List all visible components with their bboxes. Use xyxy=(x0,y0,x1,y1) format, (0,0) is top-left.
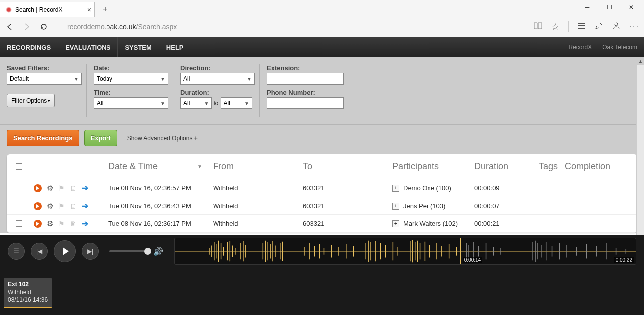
nav-help[interactable]: HELP xyxy=(159,37,191,57)
player-prev-button[interactable]: |◀ xyxy=(31,243,48,260)
play-icon[interactable] xyxy=(34,220,42,228)
reading-view-icon[interactable] xyxy=(534,22,542,32)
table-row[interactable]: ⚙ ⚑ 🗎 ➔ Tue 08 Nov 16, 02:36:43 PM Withh… xyxy=(7,197,637,215)
forward-button[interactable] xyxy=(22,22,32,32)
time-select[interactable]: All▼ xyxy=(94,97,168,109)
chevron-down-icon: ▼ xyxy=(247,76,252,82)
chevron-down-icon: ▼ xyxy=(244,101,249,106)
chevron-down-icon: ▼ xyxy=(160,101,165,106)
expand-icon[interactable]: + xyxy=(392,220,399,227)
extension-input[interactable] xyxy=(267,73,344,85)
app-top-nav: RECORDINGS EVALUATIONS SYSTEM HELP Recor… xyxy=(0,37,644,57)
player-next-button[interactable]: ▶| xyxy=(82,243,99,260)
tab-close-icon[interactable]: × xyxy=(87,6,91,14)
duration-to-word: to xyxy=(214,100,218,106)
play-icon[interactable] xyxy=(34,202,42,210)
saved-filters-select[interactable]: Default▼ xyxy=(7,73,82,85)
favicon-icon xyxy=(5,6,12,13)
flag-icon[interactable]: ⚑ xyxy=(58,184,65,192)
col-tags[interactable]: Tags xyxy=(536,161,562,172)
volume-icon[interactable]: 🔊 xyxy=(153,247,163,256)
duration-to-select[interactable]: All▼ xyxy=(221,97,252,109)
favorite-icon[interactable]: ☆ xyxy=(551,21,559,32)
action-bar: Search Recordings Export Show Advanced O… xyxy=(0,125,644,154)
page-scrollbar[interactable]: ▲ xyxy=(636,57,644,235)
now-playing-chip[interactable]: Ext 102 Withheld 08/11/16 14:36 xyxy=(4,278,52,308)
col-to[interactable]: To xyxy=(300,161,389,172)
share-icon[interactable] xyxy=(612,22,621,32)
more-icon[interactable]: ··· xyxy=(630,22,639,31)
extension-label: Extension: xyxy=(267,64,344,72)
filter-panel: Saved Filters: Default▼ Filter Options▾ … xyxy=(0,57,644,125)
document-icon[interactable]: 🗎 xyxy=(70,184,77,192)
notes-icon[interactable] xyxy=(595,22,603,32)
player-play-button[interactable] xyxy=(54,240,76,262)
expand-icon[interactable]: + xyxy=(392,203,399,210)
col-from[interactable]: From xyxy=(210,161,300,172)
table-row[interactable]: ⚙ ⚑ 🗎 ➔ Tue 08 Nov 16, 02:36:17 PM Withh… xyxy=(7,215,637,233)
direction-arrow-icon: ➔ xyxy=(82,201,88,210)
saved-filters-label: Saved Filters: xyxy=(7,64,79,72)
audio-player: ☰ |◀ ▶| 🔊 xyxy=(0,235,644,315)
hub-icon[interactable] xyxy=(578,22,586,31)
direction-arrow-icon: ➔ xyxy=(82,183,88,193)
table-header: Date & Time▼ From To Participants Durati… xyxy=(7,154,637,179)
direction-label: Direction: xyxy=(180,64,252,72)
refresh-button[interactable] xyxy=(39,22,49,32)
window-maximize-icon[interactable]: ☐ xyxy=(598,0,620,15)
brand-oak[interactable]: Oak Telecom xyxy=(602,44,637,51)
tab-title: Search | RecordX xyxy=(15,6,63,13)
flag-icon[interactable]: ⚑ xyxy=(58,220,65,228)
row-checkbox[interactable] xyxy=(16,203,22,209)
col-participants[interactable]: Participants xyxy=(389,161,471,172)
volume-slider[interactable] xyxy=(109,250,149,252)
col-date[interactable]: Date & Time▼ xyxy=(106,161,210,172)
play-icon[interactable] xyxy=(34,184,42,192)
gear-icon[interactable]: ⚙ xyxy=(47,202,53,210)
results-table: Date & Time▼ From To Participants Durati… xyxy=(7,154,637,233)
document-icon[interactable]: 🗎 xyxy=(70,202,77,210)
direction-arrow-icon: ➔ xyxy=(82,219,88,228)
chevron-down-icon: ▾ xyxy=(48,98,50,103)
sort-desc-icon: ▼ xyxy=(197,164,207,169)
chevron-down-icon: ▼ xyxy=(74,76,79,82)
waveform[interactable]: 0:00:14 0:00:22 xyxy=(174,238,636,265)
gear-icon[interactable]: ⚙ xyxy=(47,219,53,228)
row-checkbox[interactable] xyxy=(16,220,22,227)
expand-icon[interactable]: + xyxy=(392,185,399,192)
duration-from-select[interactable]: All▼ xyxy=(180,97,212,109)
chevron-down-icon: ▼ xyxy=(204,101,209,106)
window-minimize-icon[interactable]: ─ xyxy=(576,0,598,15)
gear-icon[interactable]: ⚙ xyxy=(47,184,53,193)
player-menu-button[interactable]: ☰ xyxy=(8,243,25,260)
nav-system[interactable]: SYSTEM xyxy=(118,37,159,57)
filter-options-button[interactable]: Filter Options▾ xyxy=(7,94,55,107)
export-button[interactable]: Export xyxy=(84,130,117,146)
address-bar[interactable]: recorddemo.oak.co.uk/Search.aspx xyxy=(67,23,177,31)
date-select[interactable]: Today▼ xyxy=(94,73,168,85)
back-button[interactable] xyxy=(5,22,15,32)
time-total: 0:00:22 xyxy=(614,257,634,263)
brand-recordx[interactable]: RecordX xyxy=(569,44,592,51)
nav-evaluations[interactable]: EVALUATIONS xyxy=(58,37,118,57)
col-duration[interactable]: Duration xyxy=(471,161,536,172)
nav-recordings[interactable]: RECORDINGS xyxy=(7,37,58,57)
row-checkbox[interactable] xyxy=(16,185,22,191)
svg-point-0 xyxy=(615,23,618,26)
col-completion[interactable]: Completion xyxy=(562,161,637,172)
document-icon[interactable]: 🗎 xyxy=(70,220,77,228)
flag-icon[interactable]: ⚑ xyxy=(58,202,65,210)
new-tab-button[interactable]: + xyxy=(98,2,112,17)
show-advanced-link[interactable]: Show Advanced Options + xyxy=(127,135,198,142)
table-row[interactable]: ⚙ ⚑ 🗎 ➔ Tue 08 Nov 16, 02:36:57 PM Withh… xyxy=(7,179,637,197)
window-close-icon[interactable]: ✕ xyxy=(620,0,642,15)
search-recordings-button[interactable]: Search Recordings xyxy=(7,130,79,146)
browser-tab[interactable]: Search | RecordX × xyxy=(0,2,95,17)
select-all-checkbox[interactable] xyxy=(16,163,22,170)
browser-chrome: Search | RecordX × + ─ ☐ ✕ recorddemo.oa… xyxy=(0,0,644,37)
plus-icon: + xyxy=(194,135,198,142)
direction-select[interactable]: All▼ xyxy=(180,73,255,85)
phone-input[interactable] xyxy=(267,97,344,109)
date-label: Date: xyxy=(94,64,166,72)
playhead[interactable] xyxy=(460,238,461,264)
